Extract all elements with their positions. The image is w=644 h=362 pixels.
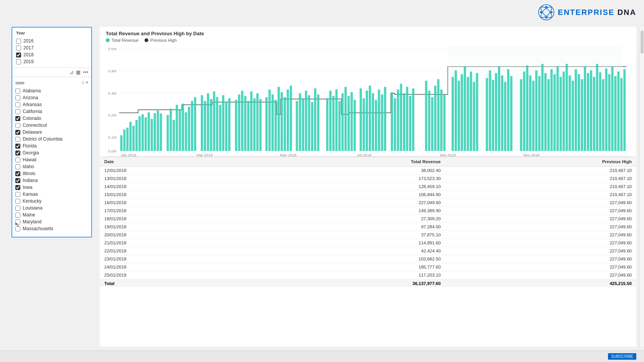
collapse-icon[interactable]: ▾ <box>86 80 88 85</box>
state-checkbox-item[interactable]: Maryland <box>15 218 88 225</box>
svg-rect-112 <box>440 90 442 151</box>
state-checkbox[interactable] <box>15 171 20 176</box>
svg-rect-142 <box>550 69 553 151</box>
state-checkbox[interactable] <box>15 130 20 135</box>
chart-scrollbar-thumb[interactable] <box>641 31 644 54</box>
state-checkbox-item[interactable]: Arizona <box>15 94 88 101</box>
col-date[interactable]: Date <box>100 157 253 167</box>
state-checkbox[interactable] <box>15 123 20 128</box>
state-checkbox-item[interactable]: Indiana <box>15 177 88 184</box>
table-icon[interactable]: ▦ <box>76 69 80 75</box>
state-checkbox-item[interactable]: Maine <box>15 211 88 218</box>
svg-rect-162 <box>611 67 613 151</box>
state-checkbox-item[interactable]: Idaho <box>15 163 88 170</box>
year-checkbox[interactable] <box>16 52 21 57</box>
state-checkbox[interactable] <box>15 95 20 100</box>
state-checkbox[interactable] <box>15 102 20 107</box>
legend-prev-high: Previous High <box>145 38 176 43</box>
cell-date: 12/01/2018 <box>100 167 253 175</box>
svg-text:0.4M: 0.4M <box>108 69 117 73</box>
table-container[interactable]: Date Total Revenue Previous High 12/01/2… <box>100 157 636 287</box>
state-checkbox-item[interactable]: California <box>15 108 88 115</box>
svg-rect-30 <box>154 113 156 151</box>
svg-rect-133 <box>523 72 525 151</box>
col-revenue[interactable]: Total Revenue <box>253 157 445 167</box>
year-checkbox-item[interactable]: 2019 <box>16 58 87 65</box>
more-icon[interactable]: ••• <box>83 69 88 75</box>
svg-rect-108 <box>428 91 430 151</box>
state-checkbox-item[interactable]: Iowa <box>15 184 88 191</box>
state-checkbox[interactable] <box>15 164 20 169</box>
chart-scrollbar[interactable] <box>639 27 644 347</box>
year-checkbox[interactable] <box>16 39 21 44</box>
state-checkbox-item[interactable]: Georgia <box>15 149 88 156</box>
state-checkbox[interactable] <box>15 144 20 149</box>
subscribe-button[interactable]: SUBSCRIBE <box>608 353 636 360</box>
svg-rect-114 <box>452 77 454 151</box>
state-checkbox-item[interactable]: Louisiana <box>15 205 88 211</box>
state-checkbox[interactable] <box>15 137 20 142</box>
state-checkbox-item[interactable]: Colorado <box>15 115 88 122</box>
state-checkbox[interactable] <box>15 88 20 93</box>
year-checkbox-item[interactable]: 2018 <box>16 51 87 58</box>
clear-filter-icon[interactable]: ◇ <box>81 80 84 85</box>
svg-rect-143 <box>554 74 556 151</box>
svg-rect-19 <box>120 135 123 151</box>
year-checkbox[interactable] <box>16 59 21 64</box>
year-checkbox-label: 2019 <box>23 59 34 64</box>
state-checkbox-label: Hawaii <box>23 157 36 162</box>
total-revenue: 36,137,977.60 <box>253 279 445 287</box>
state-checkbox-item[interactable]: Alabama <box>15 87 88 94</box>
state-checkbox-item[interactable]: Arkansas <box>15 101 88 108</box>
state-checkbox-item[interactable]: Massachusetts <box>15 225 88 232</box>
cell-revenue: 185,777.60 <box>253 263 445 271</box>
state-list[interactable]: AlabamaArizonaArkansasCaliforniaColorado… <box>15 87 88 232</box>
svg-rect-64 <box>271 95 274 151</box>
state-checkbox[interactable] <box>15 116 20 121</box>
year-checkbox[interactable] <box>16 46 21 51</box>
svg-rect-116 <box>458 81 460 151</box>
state-checkbox[interactable] <box>15 206 20 211</box>
state-checkbox-item[interactable]: Kentucky <box>15 198 88 205</box>
svg-rect-123 <box>486 78 488 151</box>
state-checkbox-item[interactable]: Delaware <box>15 129 88 136</box>
svg-rect-68 <box>284 97 286 151</box>
state-checkbox[interactable] <box>15 219 20 224</box>
state-checkbox[interactable] <box>15 213 20 218</box>
svg-rect-157 <box>596 64 598 151</box>
svg-rect-125 <box>492 80 494 151</box>
year-checkbox-item[interactable]: 2016 <box>16 38 87 44</box>
state-checkbox[interactable] <box>15 192 20 197</box>
filter-icon[interactable]: ⊿ <box>69 69 74 75</box>
state-checkbox-item[interactable]: Hawaii <box>15 156 88 163</box>
svg-rect-63 <box>268 90 271 151</box>
svg-rect-164 <box>617 72 619 151</box>
state-checkbox-item[interactable]: Florida <box>15 143 88 149</box>
year-checkbox-item[interactable]: 2017 <box>16 44 87 51</box>
svg-rect-27 <box>145 117 147 151</box>
state-checkbox[interactable] <box>15 109 20 114</box>
svg-rect-148 <box>568 75 571 151</box>
col-prev-high[interactable]: Previous High <box>445 157 636 167</box>
state-checkbox[interactable] <box>15 151 20 156</box>
svg-rect-86 <box>347 96 350 151</box>
state-checkbox-label: Maryland <box>23 219 41 224</box>
state-checkbox-item[interactable]: Connecticut <box>15 122 88 129</box>
state-checkbox[interactable] <box>15 178 20 183</box>
cell-date: 13/01/2018 <box>100 175 253 183</box>
state-checkbox[interactable] <box>15 185 20 190</box>
header: ENTERPRISE DNA <box>538 4 636 21</box>
svg-rect-145 <box>560 77 562 151</box>
legend-total-revenue-label: Total Revenue <box>112 38 138 43</box>
svg-rect-59 <box>253 98 256 151</box>
state-checkbox[interactable] <box>15 226 20 231</box>
state-checkbox[interactable] <box>15 199 20 204</box>
state-checkbox-item[interactable]: Kansas <box>15 191 88 198</box>
svg-text:0.1M: 0.1M <box>108 135 117 139</box>
state-checkbox[interactable] <box>15 157 20 162</box>
cell-date: 23/01/2018 <box>100 255 253 263</box>
state-checkbox-item[interactable]: District of Columbia <box>15 136 88 143</box>
state-checkbox-item[interactable]: Illinois <box>15 170 88 177</box>
svg-rect-67 <box>281 92 283 151</box>
year-checkbox-label: 2018 <box>23 52 34 57</box>
